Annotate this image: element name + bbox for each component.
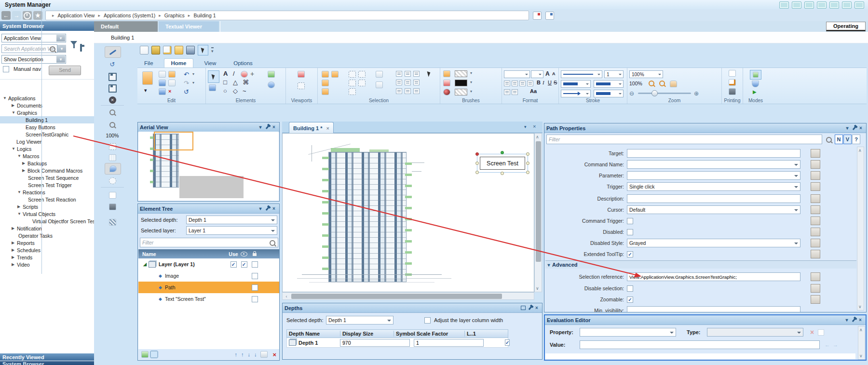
stroke-swatch[interactable] [455,80,467,86]
fill-brush-button[interactable] [443,70,450,77]
chevron-down-icon[interactable]: ▾ [57,45,66,53]
bring-front-button[interactable] [322,80,329,86]
align-middle-button[interactable] [405,80,411,85]
symbol-tool[interactable] [268,81,275,88]
disabled-style-select[interactable]: Grayed [627,239,800,247]
view-select[interactable]: Application View ▾ [1,34,66,42]
align-bottom-button[interactable] [413,80,420,85]
evaluation-scrollbar[interactable]: ∧ ∨ [858,326,865,360]
evaluation-checkbox[interactable] [818,329,824,336]
selection-reference-input[interactable] [627,272,800,281]
undo-button[interactable]: ↶ [184,71,189,78]
prev-arrow-icon[interactable]: ← [825,342,830,348]
undo-dropdown[interactable]: ▾ [192,72,194,76]
properties-filter-input[interactable] [546,135,822,144]
sidebar-item-screen-test-trigger[interactable]: Screen Test Trigger [0,181,94,189]
align-right-button[interactable] [413,71,420,77]
paste-button[interactable] [141,71,154,85]
disabled-checkbox[interactable] [627,229,633,235]
effect-swatch[interactable] [455,89,467,95]
layout-split-icon[interactable] [829,1,839,9]
restore-icon[interactable] [520,305,527,311]
advanced-section[interactable]: ▾ Advanced [545,260,856,269]
zoomable-checkbox[interactable]: ✓ [627,297,633,303]
move-top-button[interactable]: ↑ [234,351,237,357]
fit-frame-button[interactable] [105,141,120,152]
change-case-button[interactable]: Aa [530,88,537,94]
pin-icon[interactable] [850,317,857,323]
ribbon-tab-file[interactable]: File [137,59,160,68]
breadcrumb-t ool-icon-1[interactable] [533,12,542,20]
delete-element-button[interactable]: × [272,351,276,358]
sidebar-item-screentestgraphic[interactable]: ScreenTestGraphic [0,131,94,138]
column-l1[interactable]: L..1 [465,331,508,337]
column-use[interactable]: Use [228,251,239,257]
parameter-browse-button[interactable] [811,171,820,180]
sidebar-item-screen-test-sequence[interactable]: Screen Test Sequence [0,174,94,181]
hierarchy-button[interactable] [105,217,120,228]
cursor-browse-button[interactable] [811,205,820,214]
breadcrumb-tool-icon-2[interactable] [545,12,554,20]
description-browse-button[interactable] [811,194,820,203]
add-viewport-button[interactable] [298,71,305,78]
search-input[interactable] [1,44,57,53]
fill-swatch[interactable] [455,70,467,77]
crosshair-tool[interactable]: + [250,70,254,78]
match-size-button[interactable] [413,88,420,94]
lock-checkbox[interactable] [252,284,258,291]
property-select[interactable] [580,328,676,337]
sidebar-item-operator-tasks[interactable]: Operator Tasks [0,232,94,239]
rectangle-tool[interactable]: □ [223,79,227,86]
zoom-slider[interactable] [638,93,691,94]
tree-row-image[interactable]: ◆ Image [138,270,279,282]
tab-textual-viewer[interactable]: Textual Viewer [159,21,219,32]
layer-visible-checkbox[interactable]: ✓ [505,339,510,346]
trigger-select[interactable]: Single click [627,182,800,191]
sidebar-item-graphics[interactable]: ▼Graphics [0,109,94,116]
zoom-in-button[interactable] [649,81,654,86]
close-icon[interactable]: × [533,305,540,311]
screen-test-element[interactable]: Screen Test [477,154,528,173]
bring-forward-button[interactable] [322,71,329,78]
sidebar-item-macros[interactable]: ▼Macros [0,152,94,160]
scroll-left-icon[interactable]: ‹ [284,294,289,299]
disabled-browse-button[interactable] [811,228,820,236]
align-left-button[interactable] [396,71,402,77]
depths-selected-depth-select[interactable]: Depth 1 [326,316,393,324]
sidebar-item-notification[interactable]: ▶Notification [0,225,94,232]
lock-checkbox[interactable] [252,261,258,268]
effect-dropdown[interactable]: ▾ [470,89,472,94]
chevron-down-icon[interactable]: ▾ [844,125,851,131]
layout-grid-icon[interactable] [792,1,801,9]
close-icon[interactable]: × [857,317,864,323]
aerial-view-content[interactable] [138,132,279,201]
comments-button[interactable] [105,163,121,175]
pin-icon[interactable] [851,125,857,131]
effect-brush-button[interactable] [443,89,450,95]
depth-row[interactable]: Depth 1 ✓ [286,338,508,348]
italic-button[interactable]: I [542,80,544,85]
use-checkbox[interactable]: ✓ [231,261,237,268]
customize-qat-icon[interactable]: ▾ [211,47,214,54]
print-preview-button[interactable] [729,79,736,86]
format-brush-button[interactable] [168,71,176,78]
tab-list-icon[interactable]: ▾ [524,124,527,129]
ribbon-tab-view[interactable]: View [197,59,223,68]
command-name-select[interactable] [627,160,800,169]
type-select[interactable] [707,328,803,337]
layout-screens-icon[interactable] [779,1,789,9]
justify-text-button[interactable] [527,81,533,86]
arrow-start-combo[interactable] [561,90,591,97]
annotate-pen-button[interactable] [105,46,121,58]
selection-reference-browse-button[interactable] [811,272,820,281]
zoom-combo[interactable]: 100% [629,70,663,78]
scroll-down-icon[interactable]: ∨ [536,286,539,291]
close-icon[interactable]: × [271,124,277,130]
operating-button[interactable]: Operating [826,22,866,31]
extended-tooltip-checkbox[interactable]: ✓ [627,251,633,257]
vertical-scrollbar[interactable]: ∧ ∨ [534,133,542,292]
curve-tool[interactable]: ~ [243,87,246,95]
chevron-down-icon[interactable]: ▾ [843,317,850,323]
redo-dropdown[interactable]: ▾ [192,81,194,85]
trigger-browse-button[interactable] [811,182,820,191]
